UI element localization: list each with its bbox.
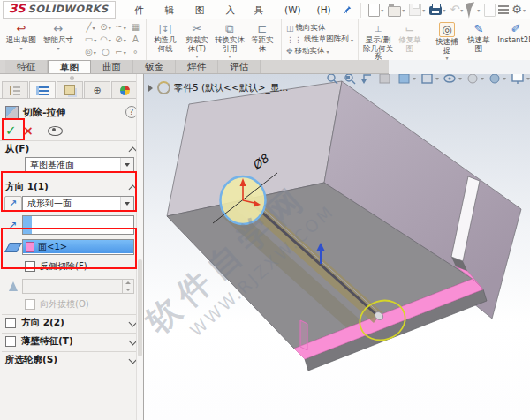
tree-expand-arrow-icon[interactable] [148, 85, 153, 92]
construction-geometry-icon: |↕| [158, 22, 171, 35]
configurations-icon [64, 85, 75, 95]
smart-dimension-icon: ↔ [54, 22, 64, 35]
graphics-viewport[interactable]: Ø8 软件自学网 WWW.RJZXW.COM 零件5 (默认<<默认>_显... [144, 74, 530, 420]
tab-features[interactable]: 特征 [5, 60, 48, 73]
mirror-entities-icon: ◫ [286, 24, 294, 34]
corner-rectangle-icon[interactable]: ▭▾ [85, 34, 96, 45]
feature-manager-tab[interactable] [2, 81, 28, 98]
display-style-icon[interactable] [422, 74, 439, 83]
offset-entities-button[interactable]: ⊏ 等距实体 [247, 20, 277, 59]
centerpoint-arc-icon[interactable]: ◠▾ [100, 34, 111, 45]
face-selection-icon [4, 243, 22, 252]
view-settings-icon[interactable] [512, 74, 530, 84]
flip-side-checkbox[interactable] [25, 261, 35, 272]
draft-angle-field[interactable] [22, 279, 134, 294]
flip-side-label: 反侧切除(F) [40, 260, 87, 273]
straight-slot-icon[interactable]: ◎▾ [85, 47, 96, 57]
cancel-button[interactable]: × [23, 124, 42, 138]
view-orientation-icon[interactable] [399, 74, 416, 83]
direction-reference-box[interactable] [22, 215, 134, 235]
apply-scene-icon[interactable] [490, 74, 506, 83]
linear-sketch-pattern-button[interactable]: ⋮⋮ 线性草图阵列 ▾ [286, 34, 353, 46]
construction-geometry-button[interactable]: |↕| 构造几何线 [150, 20, 180, 59]
end-condition-dropdown[interactable]: 成形到一面 [22, 196, 134, 212]
undo-icon[interactable]: ↶ [450, 3, 459, 17]
feature-tree-flyout[interactable]: 零件5 (默认<<默认>_显... [148, 81, 288, 94]
ellipse-icon[interactable]: ⊘▾ [115, 34, 125, 45]
options-gear-icon[interactable]: ⚙ [511, 3, 522, 17]
new-document-icon[interactable] [368, 4, 380, 17]
line-icon[interactable]: ╱▾ [86, 22, 95, 33]
direction1-section-label: 方向 1(1) [5, 181, 130, 193]
open-document-icon[interactable] [388, 6, 401, 17]
polygon-icon[interactable]: ○ [102, 47, 110, 57]
zoom-to-fit-icon[interactable] [328, 74, 337, 84]
hide-show-items-icon[interactable] [444, 75, 462, 82]
smart-dimension-button[interactable]: ↔ 智能尺寸 ▾ [41, 20, 76, 59]
quick-snaps-button[interactable]: ◎ 快速捕捉 ▾ [432, 20, 462, 59]
repair-sketch-icon: ⌙ [405, 22, 415, 35]
move-entities-button[interactable]: ✥ 移动实体 ▾ [286, 46, 353, 57]
property-manager-tab[interactable] [29, 81, 56, 98]
configuration-manager-tab[interactable] [57, 81, 83, 98]
previous-view-icon[interactable] [361, 75, 371, 84]
panel-splitter-handle[interactable] [70, 76, 74, 80]
menu-bar: ЗS SOLIDWORKS 文件(F) 编辑(E) 视图(V) 插入(I) 工具… [0, 0, 530, 20]
exit-sketch-button[interactable]: ↩ 退出草图 ▾ [4, 20, 39, 59]
display-manager-tab[interactable] [111, 81, 138, 98]
convert-entities-button[interactable]: ⧉ 转换实体引用 ▾ [214, 20, 246, 59]
text-icon[interactable]: A [132, 34, 139, 45]
thin-feature-checkbox[interactable] [5, 336, 16, 347]
convert-entities-icon: ⧉ [225, 22, 233, 35]
preview-eye-icon[interactable] [48, 126, 63, 136]
end-condition-dropdown-arrow[interactable] [120, 197, 133, 211]
logo-mark: ЗS [9, 3, 26, 15]
print-icon[interactable] [429, 6, 442, 15]
reverse-direction-button[interactable]: ↗ [4, 196, 22, 212]
rapid-sketch-icon: ✎ [474, 22, 484, 35]
tab-sheet-metal[interactable]: 钣金 [133, 60, 176, 73]
task-list-icon[interactable] [498, 4, 509, 15]
property-list-icon [36, 86, 49, 95]
sketch-fillet-icon[interactable]: ⌐▾ [115, 47, 125, 57]
up-to-face-selection-box[interactable]: 面<1> [22, 239, 134, 255]
from-dropdown[interactable]: 草图基准面 [25, 157, 134, 173]
mirror-entities-button[interactable]: ◫ 镜向实体 [286, 23, 353, 34]
left-rim-sliver[interactable] [300, 320, 307, 350]
sketch-entity-grid: ╱▾ ⊙▾ ~▾ ▦ ▭▾ ◠▾ ⊘▾ A ◎▾ ○ ⌐▾ ∘ [83, 21, 143, 59]
rapid-sketch-button[interactable]: ✎ 快速草图 [464, 20, 494, 59]
exit-sketch-icon: ↩ [17, 22, 26, 35]
selected-face-item[interactable]: 面<1> [23, 240, 133, 253]
draft-outward-label: 向外拔模(O) [40, 298, 89, 311]
section-view-icon[interactable] [380, 74, 390, 83]
draft-angle-spinner[interactable] [122, 280, 133, 293]
panel-scrollbar[interactable] [136, 74, 143, 420]
pin-menu-icon[interactable] [344, 4, 352, 16]
tab-surfaces[interactable]: 曲面 [91, 60, 133, 73]
direction2-checkbox[interactable] [5, 318, 16, 328]
repair-sketch-button[interactable]: ⌙ 修复草图 [396, 20, 424, 59]
display-delete-relations-button[interactable]: ⊥ 显示/删除几何关系 ▾ [362, 20, 394, 59]
edit-appearance-icon[interactable] [468, 74, 484, 83]
ok-button[interactable]: ✓ [5, 123, 23, 139]
zoom-to-area-icon[interactable] [345, 74, 355, 84]
point-icon[interactable]: ∘ [132, 47, 138, 57]
tab-evaluate[interactable]: 评估 [218, 60, 261, 73]
from-dropdown-arrow[interactable] [120, 158, 133, 172]
instant2d-icon: ✐ [511, 22, 521, 35]
instant2d-button[interactable]: ✐ Instant2D [496, 20, 530, 59]
save-icon[interactable] [409, 4, 421, 16]
spline-icon[interactable]: ~▾ [115, 22, 125, 33]
linear-sketch-pattern-icon: ⋮⋮ [286, 35, 302, 45]
toggle-pane-icon[interactable] [484, 4, 496, 17]
trim-entities-button[interactable]: ✂ 剪裁实体(T) ▾ [182, 20, 212, 59]
select-icon[interactable] [466, 2, 478, 19]
draft-outward-checkbox[interactable] [25, 299, 35, 310]
plane-icon[interactable]: ▦ [132, 22, 140, 33]
tab-sketch[interactable]: 草图 [48, 60, 91, 73]
cut-extrude-icon [5, 106, 19, 119]
dimxpert-manager-tab[interactable]: ⊕ [84, 81, 110, 98]
command-manager: ↩ 退出草图 ▾ ↔ 智能尺寸 ▾ ╱▾ ⊙▾ ~▾ ▦ ▭▾ ◠▾ ⊘▾ A … [0, 19, 530, 61]
tab-weldments[interactable]: 焊件 [176, 60, 218, 73]
circle-icon[interactable]: ⊙▾ [100, 22, 110, 33]
